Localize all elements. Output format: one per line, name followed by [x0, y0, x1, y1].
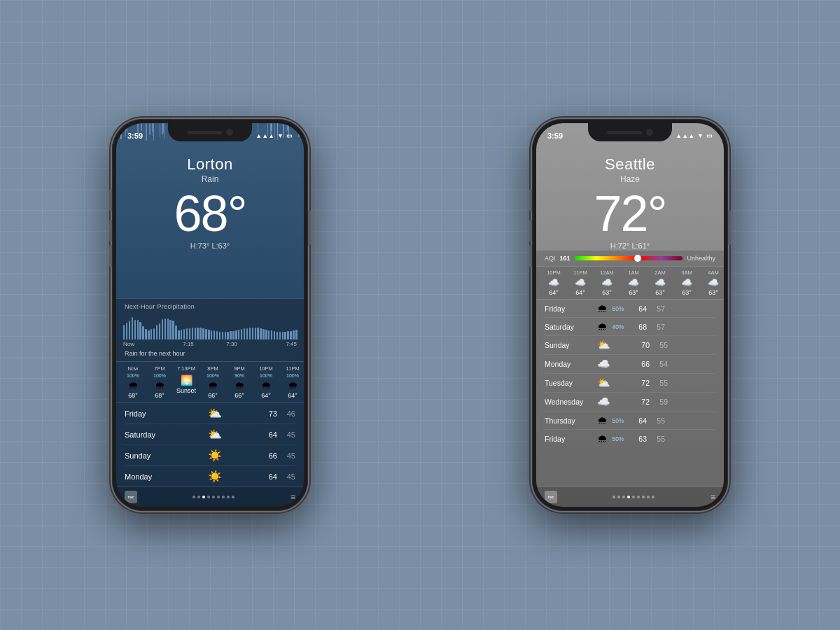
- daily-hi: 73: [259, 410, 277, 418]
- seattle-time: 3:59: [547, 132, 563, 140]
- seattle-page-dot[interactable]: [642, 496, 645, 498]
- lorton-hourly-section[interactable]: Now 100% 🌧 68° 7PM 100% 🌧 68° 7:13PM 🌅 S…: [116, 361, 304, 402]
- seattle-hour-temp: 63°: [682, 289, 692, 296]
- precip-time-745: 7:45: [253, 341, 297, 347]
- page-dot[interactable]: [212, 496, 215, 498]
- lorton-time: 3:59: [127, 132, 143, 140]
- hour-pct: 100%: [153, 373, 166, 378]
- page-dot[interactable]: [202, 496, 205, 498]
- precip-time-730: 7:30: [210, 341, 253, 347]
- list-icon[interactable]: ≡: [290, 492, 295, 502]
- hour-item: 7PM 100% 🌧 68°: [147, 365, 172, 399]
- hour-icon: 🌧: [208, 379, 218, 391]
- seattle-page-dot[interactable]: [612, 496, 615, 498]
- seattle-page-dot[interactable]: [647, 496, 650, 498]
- seattle-daily-section: Friday 🌧 60% 64 57 Saturday 🌧 40% 68 57 …: [536, 299, 724, 486]
- seattle-hour-icon: ☁️: [575, 277, 586, 288]
- seattle-list-icon[interactable]: ≡: [710, 492, 715, 502]
- lorton-screen: 3:59 ▲▲▲ ▼ ▭ Lorton Rain 68° H:73° L:63°: [116, 123, 304, 507]
- seattle-hour-item: 2AM ☁️ 63°: [647, 270, 673, 296]
- seattle-daily-day: Saturday: [545, 323, 597, 331]
- hour-time: 10PM: [259, 365, 273, 372]
- page-dot[interactable]: [227, 496, 230, 498]
- seattle-camera: [646, 129, 653, 136]
- seattle-daily-pct: 50%: [608, 435, 629, 442]
- seattle-page-dot[interactable]: [617, 496, 620, 498]
- hour-icon: 🌧: [128, 379, 138, 391]
- lorton-city-name: Lorton: [187, 155, 232, 174]
- seattle-daily-icon: ⛅: [597, 377, 610, 389]
- seattle-hour-time: 4AM: [708, 270, 718, 276]
- seattle-daily-day: Tuesday: [545, 379, 597, 387]
- seattle-daily-pct: 60%: [608, 305, 629, 312]
- wifi-icon: ▼: [277, 132, 284, 139]
- lorton-phone-wrapper: 3:59 ▲▲▲ ▼ ▭ Lorton Rain 68° H:73° L:63°: [112, 119, 308, 511]
- seattle-daily-hi: 66: [631, 360, 650, 368]
- seattle-hourly-section[interactable]: 10PM ☁️ 64° 11PM ☁️ 64° 12AM ☁️ 63° 1AM …: [536, 266, 724, 299]
- seattle-hour-icon: ☁️: [548, 277, 559, 288]
- seattle-daily-hi: 70: [631, 341, 650, 349]
- seattle-page-dot[interactable]: [632, 496, 635, 498]
- seattle-hour-temp: 63°: [655, 289, 665, 296]
- lorton-weather-content: Lorton Rain 68° H:73° L:63° Next-Hour Pr…: [116, 144, 304, 507]
- daily-day: Saturday: [125, 430, 170, 439]
- seattle-daily-hi: 64: [629, 416, 647, 425]
- daily-row: Friday ⛅ 73 46: [125, 403, 295, 424]
- lorton-temperature: 68°: [174, 188, 246, 239]
- page-dot[interactable]: [207, 496, 210, 498]
- seattle-speaker: [607, 131, 642, 134]
- page-dot[interactable]: [232, 496, 234, 498]
- seattle-hour-temp: 63°: [708, 289, 718, 296]
- hour-icon: 🌧: [155, 379, 164, 391]
- seattle-hourly-scroll[interactable]: 10PM ☁️ 64° 11PM ☁️ 64° 12AM ☁️ 63° 1AM …: [536, 267, 724, 299]
- seattle-page-dot[interactable]: [652, 496, 654, 498]
- page-dot[interactable]: [217, 496, 220, 498]
- seattle-hour-item: 10PM ☁️ 64°: [540, 270, 567, 296]
- aqi-status: Unhealthy: [687, 255, 715, 262]
- lorton-dots[interactable]: [192, 496, 234, 498]
- lorton-hourly-scroll[interactable]: Now 100% 🌧 68° 7PM 100% 🌧 68° 7:13PM 🌅 S…: [116, 362, 304, 402]
- page-dot[interactable]: [197, 496, 200, 498]
- lorton-notch: [168, 123, 252, 141]
- precip-time-715: 7:15: [167, 341, 210, 347]
- daily-hi: 64: [259, 430, 277, 439]
- hour-pct: 90%: [234, 373, 244, 378]
- aqi-value: 161: [560, 255, 570, 262]
- seattle-hour-time: 12AM: [600, 270, 614, 276]
- seattle-daily-lo: 55: [650, 341, 668, 349]
- seattle-page-dot[interactable]: [637, 496, 640, 498]
- seattle-hour-icon: ☁️: [708, 277, 719, 288]
- seattle-page-dot[interactable]: [622, 496, 625, 498]
- seattle-aqi-section: AQI 161 Unhealthy: [536, 250, 724, 266]
- hour-time: 11PM: [286, 365, 300, 372]
- seattle-hour-item: 3AM ☁️ 63°: [673, 270, 700, 296]
- hour-time: 8PM: [207, 365, 218, 372]
- seattle-hour-item: 1AM ☁️ 63°: [620, 270, 647, 296]
- precip-time-now: Now: [123, 341, 167, 347]
- hour-pct: 100%: [206, 373, 219, 378]
- daily-lo: 46: [277, 410, 295, 418]
- seattle-condition: Haze: [620, 174, 640, 184]
- battery-icon: ▭: [286, 132, 293, 139]
- lorton-condition: Rain: [202, 174, 219, 184]
- page-dot[interactable]: [222, 496, 225, 498]
- page-dot[interactable]: [192, 496, 195, 498]
- seattle-daily-icon: ⛅: [597, 339, 610, 351]
- seattle-daily-icon: 🌧: [597, 433, 608, 444]
- seattle-dots[interactable]: [612, 496, 654, 498]
- daily-hi: 66: [259, 451, 277, 460]
- seattle-daily-row: Wednesday ☁️ 72 59: [545, 393, 715, 412]
- seattle-daily-row: Sunday ⛅ 70 55: [545, 336, 715, 355]
- seattle-daily-row: Tuesday ⛅ 72 55: [545, 374, 715, 393]
- seattle-daily-row: Friday 🌧 60% 64 57: [545, 300, 715, 318]
- daily-day: Sunday: [125, 451, 170, 460]
- daily-icon: ☀️: [170, 449, 259, 462]
- hour-icon: 🌧: [234, 379, 244, 391]
- lorton-weather-screen: 3:59 ▲▲▲ ▼ ▭ Lorton Rain 68° H:73° L:63°: [116, 123, 304, 507]
- lorton-camera: [226, 129, 233, 136]
- aqi-indicator: [634, 255, 641, 262]
- lorton-precip-times: Now 7:15 7:30 7:45: [116, 340, 304, 349]
- seattle-page-dot[interactable]: [627, 496, 630, 498]
- signal-icon: ▲▲▲: [255, 132, 274, 139]
- seattle-daily-icon: 🌧: [597, 321, 608, 332]
